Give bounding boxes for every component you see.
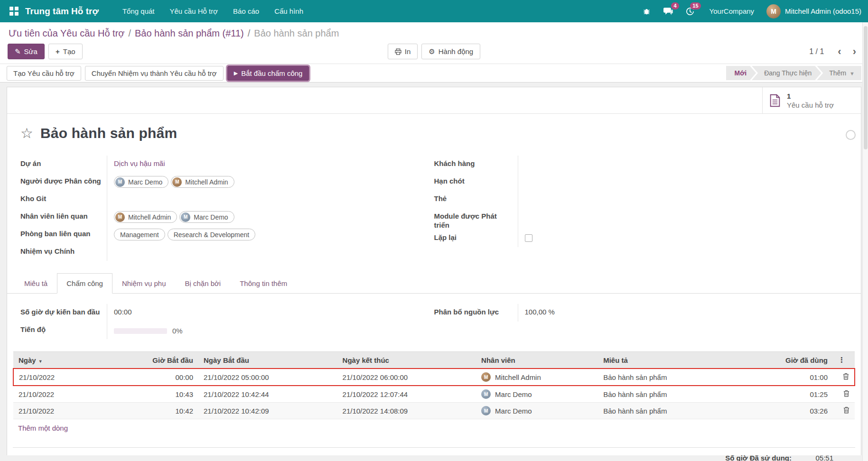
- field-tien-do: Tiến độ 0%: [20, 322, 434, 339]
- tickets-smart-button[interactable]: 1 Yêu cầu hỗ trợ: [762, 87, 861, 113]
- column-header-mieu-ta[interactable]: Miêu tả: [598, 352, 740, 369]
- delete-row-icon[interactable]: [843, 373, 849, 380]
- menu-bao-cao[interactable]: Báo cáo: [225, 0, 267, 22]
- bug-icon[interactable]: [636, 0, 657, 22]
- tab-nhiem-vu-phu[interactable]: Nhiệm vụ phụ: [112, 273, 176, 294]
- avatar: M: [181, 212, 190, 222]
- page-title: Bảo hành sản phẩm: [40, 125, 177, 141]
- messages-icon[interactable]: 4: [657, 0, 679, 22]
- column-header-gio-bat-dau[interactable]: Giờ Bắt đầu: [106, 352, 198, 369]
- department-tag[interactable]: Research & Development: [168, 229, 256, 240]
- favorite-star-icon[interactable]: ☆: [20, 126, 33, 140]
- column-header-ngay-bat-dau[interactable]: Ngày Bắt đầu: [198, 352, 337, 369]
- app-name[interactable]: Trung tâm Hỗ trợ: [25, 6, 99, 17]
- avatar: M: [481, 372, 491, 382]
- left-field-group: Dự án Dịch vụ hậu mãi Người được Phân cô…: [20, 156, 434, 261]
- pager-previous-icon[interactable]: ‹: [833, 47, 845, 56]
- breadcrumb-link-task[interactable]: Bảo hành sản phẩm (#11): [135, 28, 244, 38]
- form-view-background: 1 Yêu cầu hỗ trợ ☆ Bảo hành sản phẩm Dự …: [0, 83, 868, 455]
- timesheet-header-fields: Số giờ dự kiến ban đầu 00:00 Tiến độ 0% …: [7, 294, 861, 339]
- activities-icon[interactable]: 15: [679, 0, 701, 22]
- pager-next-icon[interactable]: ›: [849, 47, 860, 56]
- tab-thong-tin-them[interactable]: Thông tin thêm: [230, 273, 297, 294]
- delete-row-icon[interactable]: [843, 406, 849, 414]
- scrollbar-thumb[interactable]: [864, 26, 868, 149]
- gear-icon: ⚙: [429, 47, 435, 56]
- field-the: Thẻ: [434, 191, 848, 208]
- menu-yeu-cau-ho-tro[interactable]: Yêu cầu Hỗ trợ: [162, 0, 226, 22]
- assignee-tag[interactable]: M Mitchell Admin: [171, 176, 234, 188]
- avatar: M: [481, 389, 491, 399]
- print-button[interactable]: In: [388, 44, 418, 59]
- pager-value: 1 / 1: [809, 47, 824, 56]
- smart-button-count: 1: [787, 92, 834, 101]
- create-button[interactable]: +Tạo: [48, 44, 83, 59]
- field-han-chot: Hạn chót: [434, 173, 848, 191]
- total-hours-label: Số giờ Đã sử dụng:: [725, 454, 792, 461]
- sort-desc-icon: ▼: [38, 359, 43, 364]
- column-header-nhan-vien[interactable]: Nhân viên: [476, 352, 598, 369]
- user-name: Mitchell Admin (odoo15): [785, 7, 861, 15]
- stage-them[interactable]: Thêm▼: [817, 66, 861, 80]
- stage-moi[interactable]: Mới: [726, 66, 756, 80]
- vertical-scrollbar[interactable]: [862, 22, 868, 461]
- avatar: M: [481, 406, 491, 415]
- optional-columns-icon[interactable]: ⋮: [833, 352, 855, 369]
- breadcrumb-link-priority[interactable]: Ưu tiên của Yêu cầu Hỗ trợ: [9, 28, 124, 38]
- employee-tag[interactable]: M Marc Demo: [179, 211, 234, 223]
- timesheet-row[interactable]: 21/10/2022 10:42 21/10/2022 10:42:09 21/…: [13, 403, 855, 419]
- assignee-tag[interactable]: M Marc Demo: [114, 176, 168, 188]
- timesheet-row[interactable]: 21/10/2022 00:00 21/10/2022 05:00:00 21/…: [13, 369, 855, 386]
- kanban-state-icon[interactable]: [846, 130, 856, 140]
- column-header-ngay[interactable]: Ngày▼: [13, 352, 106, 369]
- field-module-duoc-phat-trien: Module được Phát triển: [434, 208, 848, 230]
- avatar: M: [115, 177, 125, 187]
- pencil-icon: ✎: [15, 47, 21, 56]
- stage-dang-thuc-hien[interactable]: Đang Thực hiện: [752, 66, 821, 80]
- avatar: M: [115, 212, 125, 222]
- top-navbar: Trung tâm Hỗ trợ Tổng quát Yêu cầu Hỗ tr…: [0, 0, 868, 22]
- button-box: 1 Yêu cầu hỗ trợ: [7, 87, 861, 114]
- add-line-link[interactable]: Thêm một dòng: [13, 419, 73, 433]
- recurring-checkbox[interactable]: [525, 234, 532, 242]
- field-groups: Dự án Dịch vụ hậu mãi Người được Phân cô…: [7, 144, 861, 261]
- plus-icon: +: [56, 47, 60, 56]
- control-panel: Ưu tiên của Yêu cầu Hỗ trợ/Bảo hành sản …: [0, 22, 868, 64]
- convert-task-button[interactable]: Chuyển Nhiệm vụ thành Yêu cầu hỗ trợ: [85, 66, 224, 81]
- chevron-down-icon: ▼: [849, 71, 855, 76]
- field-nguoi-duoc-phan-cong: Người được Phân công M Marc Demo M Mitch…: [20, 173, 434, 191]
- allocation-value: 100,00 %: [518, 304, 848, 322]
- user-menu[interactable]: M Mitchell Admin (odoo15): [763, 4, 861, 18]
- field-nhan-vien-lien-quan: Nhân viên liên quan M Mitchell Admin M M…: [20, 208, 434, 226]
- delete-row-icon[interactable]: [843, 390, 849, 397]
- tab-cham-cong[interactable]: Chấm công: [57, 273, 112, 294]
- stage-pipeline: Mới Đang Thực hiện Thêm▼: [726, 66, 861, 80]
- timesheet-total: Số giờ Đã sử dụng: 05:51: [13, 447, 855, 461]
- apps-menu-icon[interactable]: [9, 7, 19, 16]
- company-switcher[interactable]: YourCompany: [701, 7, 763, 15]
- menu-tong-quat[interactable]: Tổng quát: [115, 0, 162, 22]
- action-button[interactable]: ⚙Hành động: [421, 44, 480, 59]
- tab-bi-chan-boi[interactable]: Bị chặn bởi: [175, 273, 230, 294]
- project-link[interactable]: Dịch vụ hậu mãi: [114, 158, 165, 169]
- start-timer-button[interactable]: ▶Bắt đầu chấm công: [227, 66, 309, 81]
- tab-mieu-ta[interactable]: Miêu tả: [15, 273, 57, 294]
- field-kho-git: Kho Git: [20, 191, 434, 208]
- employee-tag[interactable]: M Mitchell Admin: [114, 211, 177, 223]
- department-tag[interactable]: Management: [114, 229, 165, 240]
- file-text-icon: [769, 94, 781, 107]
- timesheet-row[interactable]: 21/10/2022 10:43 21/10/2022 10:42:44 21/…: [13, 386, 855, 403]
- field-phong-ban-lien-quan: Phòng ban liên quan Management Research …: [20, 226, 434, 243]
- field-nhiem-vu-chinh: Nhiệm vụ Chính: [20, 243, 434, 261]
- edit-button[interactable]: ✎Sửa: [8, 44, 45, 59]
- field-so-gio-du-kien: Số giờ dự kiến ban đầu 00:00: [20, 304, 434, 322]
- column-header-ngay-ket-thuc[interactable]: Ngày kết thúc: [337, 352, 476, 369]
- messages-badge: 4: [671, 2, 679, 9]
- statusbar: Tạo Yêu cầu hỗ trợ Chuyển Nhiệm vụ thành…: [0, 64, 868, 83]
- user-avatar: M: [766, 4, 781, 18]
- notebook-tabs: Miêu tả Chấm công Nhiệm vụ phụ Bị chặn b…: [7, 273, 861, 294]
- create-ticket-button[interactable]: Tạo Yêu cầu hỗ trợ: [7, 66, 81, 81]
- menu-cau-hinh[interactable]: Cấu hình: [267, 0, 311, 22]
- column-header-gio-da-dung[interactable]: Giờ đã dùng: [740, 352, 833, 369]
- right-field-group: Khách hàng Hạn chót Thẻ Module được Phát…: [434, 156, 848, 261]
